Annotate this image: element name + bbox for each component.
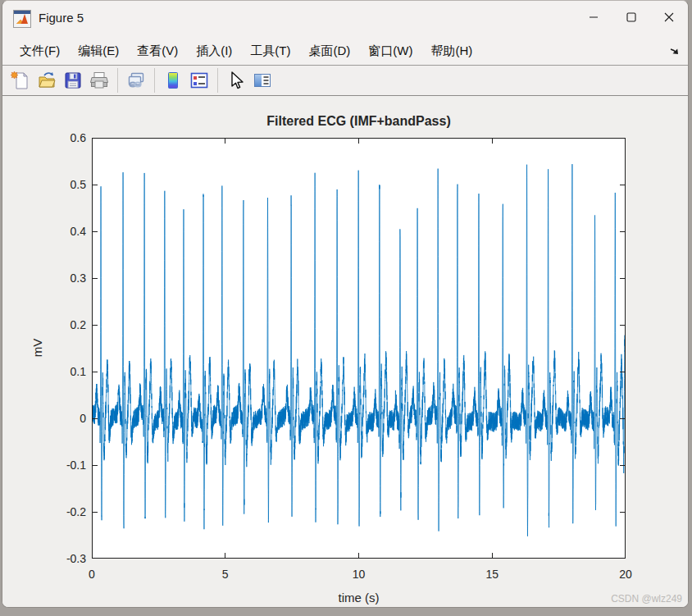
insert-legend-button[interactable] (188, 69, 211, 92)
toolbar-separator (217, 68, 218, 93)
menu-item-tools[interactable]: 工具(T) (241, 40, 299, 62)
y-tick-label: 0.5 (37, 177, 86, 192)
titlebar[interactable]: Figure 5 (2, 1, 688, 38)
figure-window: Figure 5 文件(F)编辑(E)查看(V)插入(I)工具(T)桌面(D)窗… (2, 0, 689, 608)
y-tick-label: 0.1 (37, 364, 86, 379)
menu-item-edit[interactable]: 编辑(E) (69, 40, 128, 62)
plot-area[interactable] (92, 138, 626, 559)
window-title: Figure 5 (39, 11, 84, 25)
toolbar-separator (154, 68, 155, 93)
open-file-button[interactable] (35, 69, 58, 92)
y-tick-label: -0.1 (37, 458, 86, 472)
print-figure-button[interactable] (88, 69, 111, 92)
toolbar-separator (117, 68, 118, 93)
y-tick-label: -0.2 (37, 504, 86, 519)
menu-item-help[interactable]: 帮助(H) (421, 40, 481, 62)
link-plot-button[interactable] (125, 69, 148, 92)
y-tick-label: 0.3 (37, 271, 86, 285)
menu-item-desktop[interactable]: 桌面(D) (299, 40, 359, 62)
watermark: CSDN @wlz249 (611, 593, 682, 605)
menu-item-file[interactable]: 文件(F) (11, 40, 69, 62)
new-figure-button[interactable] (9, 69, 32, 92)
y-tick-label: -0.3 (37, 551, 86, 566)
x-tick-label: 15 (467, 567, 517, 582)
y-tick-label: 0.2 (37, 317, 86, 332)
window-controls (575, 1, 688, 38)
x-tick-label: 20 (601, 567, 650, 582)
menubar: 文件(F)编辑(E)查看(V)插入(I)工具(T)桌面(D)窗口(W)帮助(H) (2, 38, 688, 65)
menu-overflow-arrow-icon[interactable] (668, 44, 681, 57)
chart-title: Filtered ECG (IMF+bandPass) (92, 114, 626, 129)
menu-item-insert[interactable]: 插入(I) (187, 40, 241, 62)
y-tick-label: 0.4 (37, 224, 86, 239)
x-axis-label: time (s) (92, 591, 626, 605)
maximize-button[interactable] (612, 1, 650, 34)
insert-colorbar-button[interactable] (162, 69, 184, 92)
y-tick-label: 0.6 (37, 130, 86, 145)
x-tick-label: 10 (335, 567, 384, 582)
x-tick-label: 5 (201, 567, 250, 582)
edit-plot-button[interactable] (225, 69, 248, 92)
matlab-figure-icon (13, 10, 31, 28)
x-tick-label: 0 (67, 567, 116, 582)
save-figure-button[interactable] (61, 69, 84, 92)
toolbar (2, 65, 688, 96)
menu-item-view[interactable]: 查看(V) (128, 40, 187, 62)
close-button[interactable] (650, 1, 688, 34)
property-inspector-button[interactable] (251, 69, 274, 92)
y-tick-label: 0 (37, 411, 86, 426)
menu-item-window[interactable]: 窗口(W) (359, 40, 421, 62)
menu-items: 文件(F)编辑(E)查看(V)插入(I)工具(T)桌面(D)窗口(W)帮助(H) (11, 40, 481, 62)
minimize-button[interactable] (575, 1, 612, 34)
